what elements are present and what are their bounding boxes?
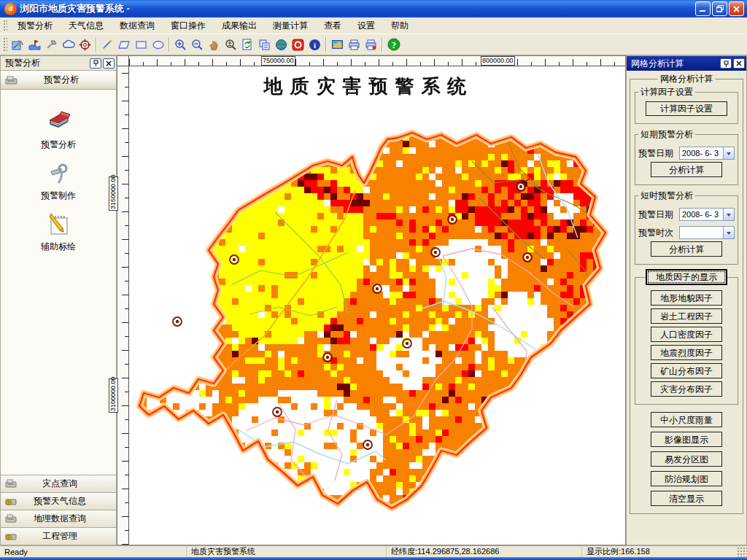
close-button[interactable] [729, 1, 744, 16]
section-warning-weather-info[interactable]: 预警天气信息 [1, 492, 116, 510]
satellite-analysis-icon[interactable] [9, 36, 26, 53]
chevron-down-icon[interactable] [723, 227, 734, 238]
minimize-button[interactable] [695, 1, 711, 16]
forecast-time-combo[interactable] [679, 226, 735, 239]
copy-layers-icon[interactable] [256, 36, 273, 53]
tool-warning-analysis[interactable]: 预警分析 [1, 110, 116, 151]
tool-label: 预警分析 [1, 139, 116, 151]
prevention-plan-button[interactable]: 防治规划图 [651, 471, 722, 486]
forecast-date-label: 预警日期 [638, 147, 679, 160]
ruler-x-label: 750000.00 [261, 56, 295, 66]
pin-icon[interactable] [720, 58, 732, 69]
seismic-factor-button[interactable]: 地震烈度因子 [651, 345, 722, 360]
map-window: 750000.00 800000.00 3150000.00 3100000.0… [117, 55, 626, 545]
factor-settings-group: 计算因子设置 计算因子设置 [635, 86, 738, 124]
stop-icon[interactable] [290, 36, 306, 53]
short-time-group: 短时预警分析 预警日期 2008- 6- 3 预警时次 [635, 190, 738, 265]
globe-device-icon [5, 497, 17, 506]
window-bottom-border [0, 557, 747, 560]
section-geo-data-query[interactable]: 地理数据查询 [1, 510, 116, 527]
notepad-pencil-icon [45, 212, 71, 237]
image-export-icon[interactable] [329, 36, 346, 53]
warning-analysis-panel: 预警分析 预警分析 预警分析 预警制作 辅助标绘 灾 [0, 55, 117, 545]
info-icon[interactable]: i [306, 36, 323, 53]
menu-help[interactable]: 帮助 [383, 18, 417, 34]
hazard-map[interactable] [129, 66, 625, 545]
geo-factor-display-button[interactable]: 地质因子的显示 [646, 269, 727, 285]
globe-icon[interactable] [273, 36, 290, 53]
status-ready: Ready [0, 546, 187, 557]
short-term-label: 短期预警分析 [638, 128, 695, 141]
terrain-factor-button[interactable]: 地形地貌因子 [651, 290, 722, 306]
clear-display-button[interactable]: 清空显示 [651, 491, 722, 506]
draw-line-icon[interactable] [99, 36, 116, 53]
left-panel-header[interactable]: 预警分析 [1, 71, 116, 90]
rainfall-button[interactable]: 中小尺度雨量 [651, 412, 722, 427]
ruler-x-label: 800000.00 [481, 56, 515, 66]
status-app-name: 地质灾害预警系统 [187, 546, 387, 557]
menu-warning-analysis[interactable]: 预警分析 [9, 18, 61, 34]
draw-rectangle-icon[interactable] [133, 36, 150, 53]
short-term-analyze-button[interactable]: 分析计算 [651, 162, 722, 177]
group-title: 网格分析计算 [658, 73, 715, 85]
zoom-extent-icon[interactable] [222, 36, 239, 53]
short-term-group: 短期预警分析 预警日期 2008- 6- 3 分析计算 [635, 128, 738, 185]
short-time-analyze-button[interactable]: 分析计算 [651, 241, 722, 257]
chevron-down-icon[interactable] [723, 209, 734, 220]
menu-result-output[interactable]: 成果输出 [214, 18, 265, 34]
menu-settings[interactable]: 设置 [349, 18, 383, 34]
tool-warning-making[interactable]: 预警制作 [1, 161, 116, 202]
help-icon[interactable]: ? [385, 36, 402, 53]
forecast-date-combo2[interactable]: 2008- 6- 3 [679, 208, 735, 221]
application-window: d 浏阳市地质灾害预警系统 - 预警分析 天气信息 数据查询 窗口操作 成果输出… [0, 0, 747, 560]
print-icon[interactable] [346, 36, 363, 53]
restore-button[interactable] [712, 1, 727, 16]
pin-icon[interactable] [90, 58, 101, 69]
print-alt-icon[interactable] [363, 36, 379, 53]
map-canvas-area[interactable]: 地质灾害预警系统 [129, 66, 625, 545]
section-disaster-point-query[interactable]: 灾点查询 [1, 475, 116, 492]
chevron-down-icon[interactable] [723, 147, 734, 159]
refresh-page-icon[interactable] [239, 36, 256, 53]
tool-label: 辅助标绘 [1, 241, 116, 253]
forecast-date-label: 预警日期 [638, 209, 679, 221]
ruler-y-label: 3150000.00 [109, 176, 118, 211]
close-icon[interactable] [103, 58, 115, 69]
grid-analysis-panel: 网格分析计算 网格分析计算 计算因子设置 计算因子设置 短期预警分析 预警日期 … [626, 55, 747, 545]
tool-label: 预警制作 [1, 190, 116, 202]
population-factor-button[interactable]: 人口密度因子 [651, 327, 722, 342]
menu-weather-info[interactable]: 天气信息 [61, 18, 112, 34]
factor-settings-button[interactable]: 计算因子设置 [646, 101, 727, 116]
book-icon [45, 110, 71, 135]
map-title: 地质灾害预警系统 [263, 74, 473, 99]
hammer-tools-icon[interactable] [43, 36, 60, 53]
short-time-label: 短时预警分析 [638, 190, 695, 202]
menu-window-ops[interactable]: 窗口操作 [163, 18, 214, 34]
section-label: 灾点查询 [20, 478, 116, 490]
menu-data-query[interactable]: 数据查询 [112, 18, 163, 34]
menu-view[interactable]: 查看 [316, 18, 349, 34]
flag-plot-icon[interactable] [26, 36, 43, 53]
tool-aux-plotting[interactable]: 辅助标绘 [1, 212, 116, 253]
section-project-management[interactable]: 工程管理 [1, 527, 116, 545]
pan-hand-icon[interactable] [206, 36, 222, 53]
left-panel-title: 预警分析 [5, 57, 88, 69]
resize-grip-icon[interactable] [737, 547, 747, 557]
geotech-factor-button[interactable]: 岩土工程因子 [651, 308, 722, 324]
forecast-date-combo[interactable]: 2008- 6- 3 [679, 147, 735, 160]
draw-ellipse-icon[interactable] [150, 36, 166, 53]
mine-factor-button[interactable]: 矿山分布因子 [651, 363, 722, 378]
app-logo-icon: d [4, 3, 17, 15]
susceptibility-button[interactable]: 易发分区图 [651, 451, 722, 467]
menu-measure-calc[interactable]: 测量计算 [265, 18, 316, 34]
crosshair-locate-icon[interactable] [77, 36, 93, 53]
cloud-weather-icon[interactable] [60, 36, 77, 53]
zoom-in-icon[interactable] [172, 36, 189, 53]
close-icon[interactable] [733, 58, 745, 69]
draw-polygon-icon[interactable] [116, 36, 133, 53]
imagery-button[interactable]: 影像图显示 [651, 432, 722, 447]
disaster-factor-button[interactable]: 灾害分布因子 [651, 381, 722, 397]
vertical-ruler: 3150000.00 3100000.00 [117, 66, 129, 545]
zoom-out-icon[interactable] [189, 36, 206, 53]
factor-buttons-group: 地形地貌因子 岩土工程因子 人口密度因子 地震烈度因子 矿山分布因子 灾害分布因… [635, 277, 738, 405]
